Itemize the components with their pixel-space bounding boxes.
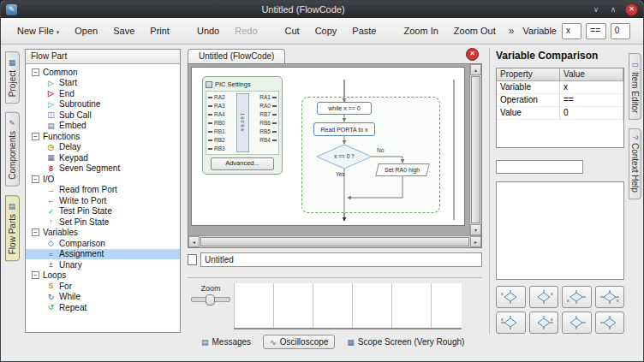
flow-part-panel-header[interactable]: Flow Part xyxy=(26,50,180,64)
tree-item-comparison[interactable]: ◇ Comparison xyxy=(26,238,180,249)
save-button[interactable]: Save xyxy=(105,22,142,39)
print-button[interactable]: Print xyxy=(142,22,177,39)
paste-button[interactable]: Paste xyxy=(344,22,384,39)
property-cell: Value xyxy=(497,107,560,120)
copy-button[interactable]: Copy xyxy=(307,22,345,39)
tree-item-unary[interactable]: ± Unary xyxy=(26,259,180,270)
comparison-template-button-3[interactable]: x xyxy=(562,286,592,308)
value-combobox[interactable]: 0 xyxy=(611,23,630,39)
tab-flow-parts[interactable]: Flow Parts ▤ xyxy=(5,195,20,261)
vertical-scroll-thumb[interactable] xyxy=(471,76,480,223)
tree-item-start[interactable]: ▷ Start xyxy=(26,78,180,89)
tree-item-read-from-port[interactable]: → Read from Port xyxy=(26,185,180,196)
vertical-scrollbar[interactable]: ▴ ▾ xyxy=(469,64,481,235)
expander-icon[interactable]: − xyxy=(32,68,39,76)
tab-project[interactable]: Project ▦ xyxy=(5,51,20,104)
scroll-left-icon[interactable]: ◂ xyxy=(188,236,200,247)
advanced-button[interactable]: Advanced... xyxy=(211,157,274,170)
flowchart-page[interactable]: PIC Settings RA2 RA3 RA4 RB0 RB1 RB2 xyxy=(191,67,465,226)
comparison-template-button-2[interactable]: x xyxy=(529,286,559,308)
value-cell[interactable]: == xyxy=(560,94,623,107)
document-name-input[interactable] xyxy=(200,252,482,267)
tree-item-sub-call[interactable]: ◫ Sub Call xyxy=(26,110,180,121)
operator-combobox[interactable]: == xyxy=(586,23,605,39)
pic-settings-component[interactable]: PIC Settings RA2 RA3 RA4 RB0 RB1 RB2 xyxy=(202,76,283,175)
canvas-viewport[interactable]: PIC Settings RA2 RA3 RA4 RB0 RB1 RB2 xyxy=(188,64,481,235)
zoom-out-button[interactable]: Zoom Out xyxy=(446,22,504,39)
read-porta-node[interactable]: Read PORTA to x xyxy=(313,122,375,136)
open-button[interactable]: Open xyxy=(67,22,105,39)
tree-category-io[interactable]: − I/O xyxy=(26,174,180,185)
scroll-down-icon[interactable]: ▾ xyxy=(470,224,481,235)
value-cell[interactable]: x xyxy=(560,81,623,94)
tree-item-delay[interactable]: ◷ Delay xyxy=(26,142,180,153)
value-cell[interactable]: 0 xyxy=(560,107,623,120)
comparison-template-button-1[interactable]: x xyxy=(496,286,526,308)
tree-item-for[interactable]: S For xyxy=(26,281,180,292)
comparison-template-button-8[interactable] xyxy=(595,312,625,334)
value-edit-input[interactable] xyxy=(496,160,583,174)
tree-category-variables[interactable]: − Variables xyxy=(26,228,180,239)
toolbar-overflow-icon[interactable]: » xyxy=(504,25,520,37)
pic-right-pins: RA1 RA0 RB7 RB6 RB5 RB4 xyxy=(259,93,277,152)
comparison-template-button-4[interactable]: x xyxy=(595,286,625,308)
pin-icon xyxy=(272,114,277,116)
zoom-slider[interactable] xyxy=(191,297,230,302)
tree-item-subroutine[interactable]: ▷ Subroutine xyxy=(26,99,180,110)
redo-button[interactable]: Redo xyxy=(227,22,265,39)
tree-item-end[interactable]: ▷ End xyxy=(26,88,180,99)
expander-icon[interactable]: − xyxy=(32,175,39,183)
value-combobox-value[interactable]: 0 xyxy=(611,24,630,39)
operator-combobox-value[interactable]: == xyxy=(587,24,605,39)
tree-category-loops[interactable]: − Loops xyxy=(26,270,180,282)
variable-combobox-value[interactable]: x xyxy=(563,24,581,39)
tree-item-write-to-port[interactable]: ← Write to Port xyxy=(26,195,180,206)
tab-messages[interactable]: ▤ Messages xyxy=(194,335,258,349)
zoom-slider-thumb[interactable] xyxy=(206,294,215,306)
close-window-button[interactable]: ✕ xyxy=(625,3,638,16)
comparison-template-button-6[interactable]: x xyxy=(529,312,559,334)
tree-item-repeat[interactable]: ↺ Repeat xyxy=(26,302,180,313)
horizontal-scroll-thumb[interactable] xyxy=(200,237,469,246)
zoom-in-button[interactable]: Zoom In xyxy=(396,22,445,39)
tree-item-assignment[interactable]: = Assignment xyxy=(26,249,180,260)
scroll-right-icon[interactable]: ▸ xyxy=(470,236,481,247)
undo-button[interactable]: Undo xyxy=(189,22,227,39)
expander-icon[interactable]: − xyxy=(32,133,39,140)
comparison-template-button-7[interactable] xyxy=(562,312,592,334)
tree-category-functions[interactable]: − Functions xyxy=(26,131,180,142)
expander-icon[interactable]: − xyxy=(32,228,39,236)
tree-category-common[interactable]: − Common xyxy=(26,67,180,78)
new-file-button[interactable]: New File xyxy=(9,22,67,39)
cut-button[interactable]: Cut xyxy=(277,22,307,39)
scroll-up-icon[interactable]: ▴ xyxy=(470,64,481,75)
tab-scope-screen[interactable]: ▦ Scope Screen (Very Rough) xyxy=(340,335,471,349)
item-editor-listbox[interactable] xyxy=(496,181,624,280)
tab-components[interactable]: Components ✎ xyxy=(5,112,20,187)
minimize-button[interactable]: ∨ xyxy=(589,5,603,14)
pin-label: RB5 xyxy=(259,128,271,134)
close-document-button[interactable]: ✕ xyxy=(466,48,479,61)
dropdown-arrow-icon[interactable] xyxy=(57,26,60,36)
set-ra0-node[interactable]: Set RA0 high xyxy=(375,163,430,176)
comparison-template-button-5[interactable]: x xyxy=(496,312,526,334)
maximize-button[interactable]: ∧ xyxy=(606,5,620,14)
pin-label: RB0 xyxy=(214,120,225,126)
tree-item-embed[interactable]: ▤ Embed xyxy=(26,121,180,132)
expander-icon[interactable]: − xyxy=(32,271,39,279)
context-help-icon: ? xyxy=(631,135,640,139)
tab-item-editor[interactable]: ▭ Item Editor xyxy=(629,53,641,120)
tree-item-set-pin-state[interactable]: ↑ Set Pin State xyxy=(26,217,180,228)
while-loop-node[interactable]: while x == 0 xyxy=(317,102,372,115)
horizontal-scrollbar[interactable]: ◂ ▸ xyxy=(188,235,481,247)
tab-context-help[interactable]: ? Context Help xyxy=(629,128,641,199)
tree-label: Functions xyxy=(43,132,80,141)
tab-oscilloscope[interactable]: ∿ Oscilloscope xyxy=(263,335,335,349)
tree-item-while[interactable]: ↻ While xyxy=(26,292,180,303)
document-tab[interactable]: Untitled (FlowCode) xyxy=(188,49,285,63)
variable-combobox[interactable]: x xyxy=(562,23,581,39)
tree-item-seven-segment[interactable]: 8 Seven Segment xyxy=(26,163,180,175)
decision-node[interactable]: x == 0 ? xyxy=(322,153,367,159)
tree-item-keypad[interactable]: ▦ Keypad xyxy=(26,152,180,163)
tree-item-test-pin-state[interactable]: ✓ Test Pin State xyxy=(26,206,180,217)
